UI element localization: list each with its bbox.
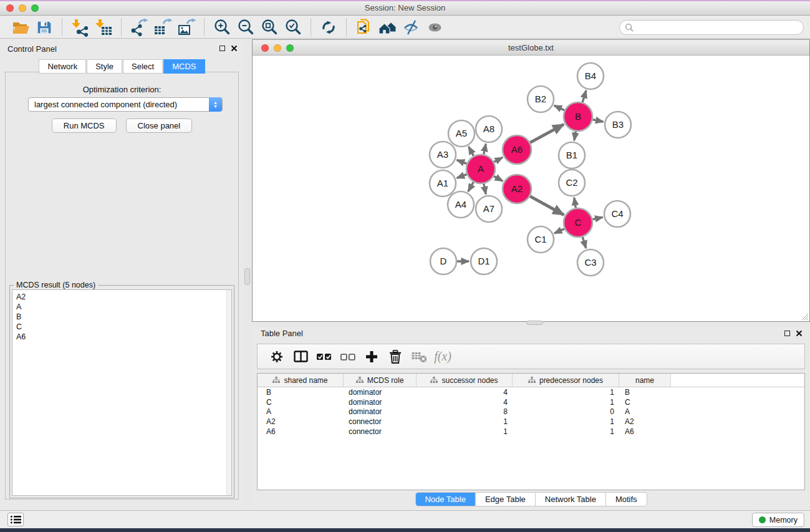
graph-node-B1[interactable]: B1 [559, 142, 585, 168]
graph-edge-A-A2[interactable] [494, 177, 503, 181]
graph-node-A2[interactable]: A2 [503, 175, 531, 203]
graph-node-A7[interactable]: A7 [476, 196, 502, 222]
select-all-rows-button[interactable] [316, 349, 332, 365]
table-settings-button[interactable] [269, 349, 285, 365]
graph-node-A1[interactable]: A1 [430, 170, 456, 196]
column-header-predecessor-nodes[interactable]: predecessor nodes [513, 374, 619, 387]
float-table-panel-icon[interactable] [784, 331, 790, 336]
column-header-name[interactable]: name [619, 374, 671, 387]
table-row[interactable]: A6connector11A6 [258, 427, 804, 437]
tab-node-table[interactable]: Node Table [415, 493, 475, 506]
refresh-layout-button[interactable] [318, 17, 339, 37]
memory-button[interactable]: Memory [752, 513, 804, 527]
column-header-MCDS-role[interactable]: MCDS role [344, 374, 417, 387]
graph-edge-B-B2[interactable] [554, 105, 565, 110]
tab-network[interactable]: Network [39, 59, 86, 74]
graph-node-A8[interactable]: A8 [476, 116, 502, 142]
graph-node-C2[interactable]: C2 [559, 170, 585, 196]
close-table-panel-icon[interactable] [796, 330, 803, 337]
window-resize-grip[interactable] [800, 312, 809, 321]
import-network-button[interactable] [69, 17, 90, 37]
tab-select[interactable]: Select [123, 59, 163, 74]
graph-edge-C-C2[interactable] [574, 198, 576, 208]
zoom-selected-button[interactable] [282, 17, 304, 37]
graph-edge-B-B1[interactable] [574, 132, 576, 141]
graph-edge-A-A6[interactable] [494, 157, 503, 162]
export-image-button[interactable] [176, 17, 197, 37]
graph-edge-A2-C[interactable] [530, 196, 564, 215]
task-history-button[interactable] [7, 513, 24, 526]
zoom-out-button[interactable] [235, 17, 256, 37]
graph-node-C4[interactable]: C4 [604, 201, 630, 227]
tab-style[interactable]: Style [87, 59, 122, 74]
graph-edge-B-B4[interactable] [582, 90, 586, 102]
network-canvas[interactable]: B4B2BB3A8A5A6B1A3AA1C2A2A4A7C4CC1C3DD1 [253, 56, 809, 321]
vertical-splitter-handle[interactable] [244, 268, 250, 285]
close-panel-button[interactable]: Close panel [126, 118, 193, 133]
result-item[interactable]: C [12, 322, 231, 332]
graph-node-A3[interactable]: A3 [430, 142, 456, 168]
criterion-select[interactable]: largest connected component (directed) ▲… [28, 97, 223, 112]
create-column-button[interactable] [364, 349, 380, 365]
result-item[interactable]: A2 [12, 292, 231, 302]
graph-node-B4[interactable]: B4 [577, 63, 604, 89]
float-panel-icon[interactable] [219, 46, 225, 51]
show-column-button[interactable] [292, 349, 309, 365]
graph-edge-C-C4[interactable] [592, 217, 602, 220]
horizontal-splitter-handle[interactable] [526, 321, 543, 325]
new-network-from-selection-button[interactable] [354, 17, 375, 37]
tab-motifs[interactable]: Motifs [605, 493, 647, 506]
tab-mcds[interactable]: MCDS [163, 59, 205, 74]
zoom-in-button[interactable] [211, 17, 233, 37]
zoom-fit-button[interactable] [259, 17, 280, 37]
run-mcds-button[interactable]: Run MCDS [52, 118, 117, 133]
result-item[interactable]: A [12, 302, 231, 312]
table-row[interactable]: Adominator80A [258, 407, 804, 417]
home-first-neighbors-button[interactable] [377, 17, 398, 37]
result-list-scrollbar[interactable] [226, 290, 231, 495]
graph-edge-B-B3[interactable] [593, 120, 604, 122]
graph-node-D[interactable]: D [430, 248, 456, 274]
mcds-result-list[interactable]: A2ABCA6 [12, 289, 232, 496]
graph-node-A[interactable]: A [466, 155, 495, 183]
graph-edge-A-A4[interactable] [468, 182, 474, 191]
graph-node-B[interactable]: B [564, 102, 592, 131]
graph-edge-C-C1[interactable] [554, 229, 564, 233]
graph-edge-A-A3[interactable] [457, 160, 467, 164]
table-row[interactable]: Bdominator41B [258, 387, 804, 397]
export-network-button[interactable] [128, 17, 150, 37]
open-session-button[interactable] [10, 17, 31, 37]
graph-node-C3[interactable]: C3 [577, 249, 604, 276]
column-header-shared-name[interactable]: shared name [258, 374, 344, 387]
column-header-successor-nodes[interactable]: successor nodes [417, 374, 513, 387]
export-table-button[interactable] [152, 17, 173, 37]
delete-column-button[interactable] [387, 349, 403, 365]
table-row[interactable]: Cdominator41C [258, 397, 804, 407]
graph-edge-A-A5[interactable] [469, 147, 474, 156]
graph-edge-A-A8[interactable] [484, 144, 486, 155]
graph-node-D1[interactable]: D1 [471, 248, 497, 274]
graph-node-A6[interactable]: A6 [503, 135, 531, 164]
result-item[interactable]: B [12, 312, 231, 322]
table-row[interactable]: A2connector11A2 [258, 417, 804, 427]
close-panel-icon[interactable] [231, 45, 238, 52]
graph-edge-A-A1[interactable] [457, 175, 467, 178]
graph-edge-A6-B[interactable] [530, 124, 564, 142]
deselect-all-rows-button[interactable] [340, 349, 356, 365]
tab-network-table[interactable]: Network Table [535, 493, 605, 506]
graph-node-C1[interactable]: C1 [528, 226, 554, 253]
result-item[interactable]: A6 [12, 332, 231, 342]
graph-node-A5[interactable]: A5 [448, 120, 475, 147]
function-builder-button-disabled[interactable]: f(x) [435, 349, 451, 365]
show-all-eye-button[interactable] [425, 17, 446, 37]
search-input[interactable] [619, 20, 804, 35]
graph-node-A4[interactable]: A4 [448, 191, 474, 218]
delete-table-button-disabled[interactable] [411, 349, 427, 365]
graph-node-C[interactable]: C [564, 208, 592, 237]
graph-node-B3[interactable]: B3 [605, 112, 631, 138]
graph-edge-C-C3[interactable] [582, 237, 586, 248]
hide-selected-eye-button[interactable] [401, 17, 422, 37]
graph-node-B2[interactable]: B2 [528, 86, 554, 112]
tab-edge-table[interactable]: Edge Table [475, 493, 535, 506]
graph-edge-A-A7[interactable] [484, 184, 486, 195]
